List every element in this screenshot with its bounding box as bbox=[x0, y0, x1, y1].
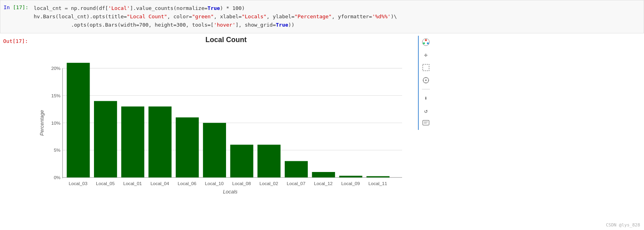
code-block: local_cnt = np.round(df['Local'].value_c… bbox=[32, 2, 399, 31]
bar-Local_07 bbox=[285, 161, 308, 178]
bar-Local_10 bbox=[203, 123, 226, 178]
svg-rect-29 bbox=[423, 64, 429, 71]
bar-Local_06 bbox=[176, 118, 199, 178]
cell-number: [17]: bbox=[13, 4, 28, 10]
svg-text:20%: 20% bbox=[51, 66, 60, 71]
chart-container: Local Count bbox=[32, 36, 433, 203]
svg-text:Percentage: Percentage bbox=[39, 110, 45, 136]
toolbar-divider bbox=[422, 89, 430, 89]
input-label: In [17]: bbox=[0, 2, 32, 13]
svg-text:Local_03: Local_03 bbox=[69, 181, 87, 186]
code-line-2: hv.Bars(local_cnt).opts(title="Local Cou… bbox=[34, 13, 397, 21]
in-keyword: In bbox=[4, 4, 10, 10]
bar-Local_01 bbox=[121, 106, 144, 178]
reset-icon[interactable]: ↺ bbox=[421, 106, 431, 116]
output-row: Out[17]: Local Count bbox=[0, 34, 644, 204]
bar-Local_02 bbox=[257, 145, 280, 178]
pan-icon[interactable]: ✛ bbox=[421, 50, 431, 60]
save-icon[interactable]: ⬇ bbox=[421, 93, 431, 103]
bar-Local_05 bbox=[94, 101, 117, 178]
input-row: In [17]: local_cnt = np.round(df['Local'… bbox=[0, 0, 644, 33]
bar-Local_03 bbox=[67, 63, 90, 178]
svg-text:Local_07: Local_07 bbox=[287, 181, 305, 186]
svg-text:Local_01: Local_01 bbox=[123, 181, 142, 186]
bar-Local_09 bbox=[339, 176, 362, 178]
svg-text:Local_10: Local_10 bbox=[205, 181, 224, 186]
bokeh-logo-icon[interactable] bbox=[421, 37, 431, 47]
svg-text:Local_09: Local_09 bbox=[341, 181, 360, 186]
svg-text:Local_11: Local_11 bbox=[368, 181, 387, 186]
box-zoom-icon[interactable] bbox=[421, 63, 431, 72]
code-line-3: .opts(opts.Bars(width=700, height=300, t… bbox=[34, 21, 397, 29]
output-label: Out[17]: bbox=[0, 36, 32, 46]
code-line-1: local_cnt = np.round(df['Local'].value_c… bbox=[34, 4, 397, 13]
chart-svg: 0% 5% 10% 15% 20% Percentage bbox=[36, 47, 416, 194]
bar-Local_08 bbox=[230, 145, 253, 178]
watermark: CSDN @lys_828 bbox=[606, 222, 640, 228]
svg-text:Local_08: Local_08 bbox=[232, 181, 251, 186]
svg-text:0%: 0% bbox=[54, 175, 61, 180]
svg-point-31 bbox=[425, 79, 427, 81]
chart-toolbar: ✛ ⬇ bbox=[418, 36, 433, 130]
svg-text:Local_05: Local_05 bbox=[96, 181, 115, 186]
chart-title: Local Count bbox=[36, 36, 416, 44]
svg-text:5%: 5% bbox=[54, 148, 61, 153]
svg-text:Local_04: Local_04 bbox=[150, 181, 169, 186]
svg-point-27 bbox=[427, 43, 429, 44]
svg-point-28 bbox=[423, 43, 425, 44]
svg-text:Local_02: Local_02 bbox=[259, 181, 278, 186]
bar-Local_12 bbox=[312, 172, 335, 178]
wheel-zoom-icon[interactable] bbox=[421, 75, 431, 85]
bar-Local_04 bbox=[148, 106, 171, 178]
chart-inner: 0% 5% 10% 15% 20% Percentage bbox=[36, 47, 416, 194]
svg-text:Local_06: Local_06 bbox=[178, 181, 196, 186]
svg-text:Local_12: Local_12 bbox=[314, 181, 333, 186]
svg-text:15%: 15% bbox=[51, 93, 60, 98]
svg-text:Locals: Locals bbox=[223, 189, 238, 194]
notebook-cell: In [17]: local_cnt = np.round(df['Local'… bbox=[0, 0, 644, 204]
bar-Local_11 bbox=[366, 176, 389, 178]
svg-rect-36 bbox=[423, 120, 429, 125]
svg-text:10%: 10% bbox=[51, 120, 60, 126]
chart-area: Local Count bbox=[36, 36, 416, 203]
hover-icon[interactable] bbox=[421, 119, 431, 128]
svg-point-26 bbox=[425, 39, 427, 41]
